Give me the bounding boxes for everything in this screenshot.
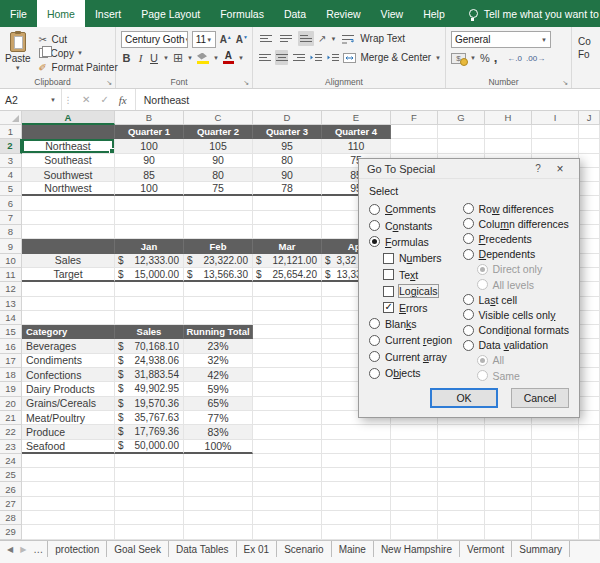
checkbox-icon[interactable] xyxy=(383,302,394,313)
dialog-close-button[interactable]: × xyxy=(549,162,571,176)
cell-A17[interactable]: Condiments xyxy=(22,354,115,368)
cell-A6[interactable] xyxy=(22,196,115,210)
ribbon-tab-insert[interactable]: Insert xyxy=(85,0,131,27)
cell-C25[interactable] xyxy=(184,468,253,482)
cell-G1[interactable] xyxy=(438,125,485,139)
ribbon-tab-formulas[interactable]: Formulas xyxy=(210,0,274,27)
cell-E27[interactable] xyxy=(322,497,391,511)
cell-C19[interactable]: 59% xyxy=(184,382,253,396)
row-header-24[interactable]: 24 xyxy=(0,454,22,468)
radio-last-cell[interactable]: Last cell xyxy=(463,292,569,307)
cell-B16[interactable]: $70,168.10 xyxy=(115,339,184,353)
col-header-C[interactable]: C xyxy=(184,111,253,125)
cell-G27[interactable] xyxy=(438,497,485,511)
cell-C22[interactable]: 83% xyxy=(184,425,253,439)
row-header-26[interactable]: 26 xyxy=(0,482,22,496)
radio-objects[interactable]: Objects xyxy=(369,365,463,381)
cell-I24[interactable] xyxy=(532,454,579,468)
cell-F2[interactable] xyxy=(391,139,438,153)
cell-G24[interactable] xyxy=(438,454,485,468)
cell-A15[interactable]: Category xyxy=(22,325,115,339)
cell-B8[interactable] xyxy=(115,225,184,239)
cell-A21[interactable]: Meat/Poultry xyxy=(22,411,115,425)
cell-D20[interactable] xyxy=(253,397,322,411)
radio-icon[interactable] xyxy=(369,318,380,329)
cell-A12[interactable] xyxy=(22,282,115,296)
bold-button[interactable]: B xyxy=(121,52,132,64)
ribbon-tab-page-layout[interactable]: Page Layout xyxy=(131,0,210,27)
cell-E26[interactable] xyxy=(322,482,391,496)
cell-A26[interactable] xyxy=(22,482,115,496)
formula-input[interactable]: Northeast xyxy=(136,89,600,110)
radio-comments[interactable]: Comments xyxy=(369,201,463,217)
decrease-decimal-button[interactable]: .00→ xyxy=(526,54,545,63)
radio-column-differences[interactable]: Column differences xyxy=(463,216,569,231)
cell-G29[interactable] xyxy=(438,525,485,539)
row-header-7[interactable]: 7 xyxy=(0,211,22,225)
format-painter-button[interactable]: ✐ Format Painter xyxy=(37,62,118,74)
row-header-23[interactable]: 23 xyxy=(0,440,22,454)
checkbox-icon[interactable] xyxy=(383,286,394,297)
cell-C21[interactable]: 77% xyxy=(184,411,253,425)
cell-B12[interactable] xyxy=(115,282,184,296)
col-header-A[interactable]: A xyxy=(22,111,115,125)
row-header-18[interactable]: 18 xyxy=(0,368,22,382)
cell-B3[interactable]: 90 xyxy=(115,154,184,168)
cell-B2[interactable]: 100 xyxy=(115,139,184,153)
cell-J11[interactable] xyxy=(579,268,600,282)
row-header-5[interactable]: 5 xyxy=(0,182,22,196)
radio-icon[interactable] xyxy=(369,368,380,379)
radio-icon[interactable] xyxy=(463,294,474,305)
cell-J21[interactable] xyxy=(579,411,600,425)
radio-data-validation[interactable]: Data validation xyxy=(463,338,569,353)
row-header-28[interactable]: 28 xyxy=(0,511,22,525)
cell-B13[interactable] xyxy=(115,297,184,311)
cell-J28[interactable] xyxy=(579,511,600,525)
cell-J25[interactable] xyxy=(579,468,600,482)
cell-A9[interactable] xyxy=(22,239,115,253)
cell-J1[interactable] xyxy=(579,125,600,139)
checkbox-text[interactable]: Text xyxy=(383,267,463,283)
cell-D21[interactable] xyxy=(253,411,322,425)
cell-A28[interactable] xyxy=(22,511,115,525)
cell-I26[interactable] xyxy=(532,482,579,496)
row-header-25[interactable]: 25 xyxy=(0,468,22,482)
ribbon-tab-view[interactable]: View xyxy=(371,0,414,27)
cell-D13[interactable] xyxy=(253,297,322,311)
cell-A20[interactable]: Grains/Cereals xyxy=(22,397,115,411)
cell-B19[interactable]: $49,902.95 xyxy=(115,382,184,396)
cell-E22[interactable] xyxy=(322,425,391,439)
align-bottom-button[interactable] xyxy=(298,31,314,46)
cell-E1[interactable]: Quarter 4 xyxy=(322,125,391,139)
cell-I28[interactable] xyxy=(532,511,579,525)
paste-dropdown-icon[interactable]: ▼ xyxy=(15,65,21,71)
checkbox-numbers[interactable]: Numbers xyxy=(383,250,463,266)
cell-A23[interactable]: Seafood xyxy=(22,440,115,454)
cell-C18[interactable]: 42% xyxy=(184,368,253,382)
cell-F29[interactable] xyxy=(391,525,438,539)
cell-D19[interactable] xyxy=(253,382,322,396)
row-header-9[interactable]: 9 xyxy=(0,239,22,253)
cell-A13[interactable] xyxy=(22,297,115,311)
cell-A29[interactable] xyxy=(22,525,115,539)
checkbox-icon[interactable] xyxy=(383,269,394,280)
radio-icon[interactable] xyxy=(369,236,380,247)
underline-button[interactable]: U xyxy=(149,52,159,64)
cell-D24[interactable] xyxy=(253,454,322,468)
font-color-button[interactable]: A xyxy=(223,52,234,64)
cell-H1[interactable] xyxy=(485,125,532,139)
sheet-tab-protection[interactable]: protection xyxy=(48,541,107,557)
cell-I25[interactable] xyxy=(532,468,579,482)
row-header-15[interactable]: 15 xyxy=(0,325,22,339)
cell-J27[interactable] xyxy=(579,497,600,511)
cell-J13[interactable] xyxy=(579,297,600,311)
cell-F26[interactable] xyxy=(391,482,438,496)
cell-J18[interactable] xyxy=(579,368,600,382)
cell-B15[interactable]: Sales xyxy=(115,325,184,339)
align-top-button[interactable] xyxy=(258,31,274,46)
cell-C26[interactable] xyxy=(184,482,253,496)
cell-H28[interactable] xyxy=(485,511,532,525)
increase-decimal-button[interactable]: ←.0 xyxy=(507,54,522,63)
cell-I29[interactable] xyxy=(532,525,579,539)
sheet-tab-new-hampshire[interactable]: New Hampshire xyxy=(374,541,460,557)
